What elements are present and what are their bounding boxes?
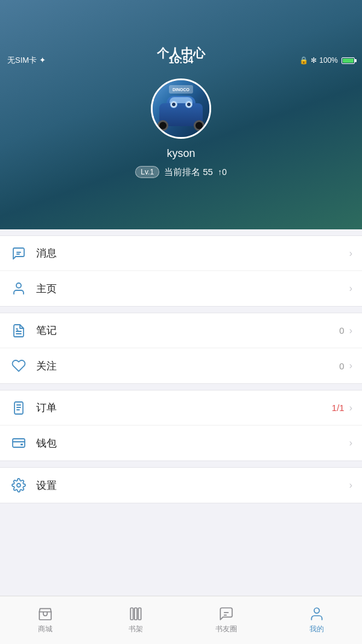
svg-point-11 xyxy=(17,483,21,487)
menu-section-1: 消息 › 主页 › xyxy=(0,235,362,307)
wallet-label: 钱包 xyxy=(36,436,349,450)
tab-mine-label: 我的 xyxy=(310,624,324,634)
tab-bar: 商城 书架 书友圈 我的 xyxy=(0,596,362,644)
svg-rect-5 xyxy=(14,402,23,414)
status-right: 🔒 ✻ 100% xyxy=(299,56,355,65)
homepage-label: 主页 xyxy=(36,282,349,296)
orders-badge: 1/1 xyxy=(332,403,345,413)
chevron-icon-6: › xyxy=(349,438,352,448)
mine-icon xyxy=(309,606,325,622)
menu-item-wallet[interactable]: 钱包 › xyxy=(0,426,362,461)
svg-point-17 xyxy=(314,608,320,613)
status-bar: 无SIM卡 ✦ 16:54 🔒 ✻ 100% xyxy=(0,51,362,69)
chevron-icon-5: › xyxy=(349,403,352,413)
svg-rect-13 xyxy=(135,608,137,620)
friends-icon xyxy=(218,606,234,622)
avatar-image: DINOCO xyxy=(153,80,209,137)
notes-label: 笔记 xyxy=(36,324,339,337)
heart-icon xyxy=(10,357,28,375)
avatar[interactable]: DINOCO xyxy=(151,78,211,139)
menu-item-messages[interactable]: 消息 › xyxy=(0,236,362,271)
menu-item-orders[interactable]: 订单 1/1 › xyxy=(0,391,362,426)
wallet-icon xyxy=(10,434,28,452)
username: kyson xyxy=(167,147,195,160)
lock-icon: 🔒 xyxy=(299,56,308,65)
tab-shelf-label: 书架 xyxy=(129,624,143,634)
orders-label: 订单 xyxy=(36,401,332,415)
svg-rect-9 xyxy=(13,439,25,447)
tab-friends-label: 书友圈 xyxy=(215,624,237,634)
svg-rect-12 xyxy=(130,608,133,620)
list-icon xyxy=(10,399,28,417)
note-icon xyxy=(10,322,28,340)
chat-icon xyxy=(10,244,28,263)
follow-badge: 0 xyxy=(339,361,344,371)
bluetooth-icon: ✻ xyxy=(311,56,317,65)
follow-label: 关注 xyxy=(36,359,339,373)
profile-hero: 无SIM卡 ✦ 16:54 🔒 ✻ 100% 个人中心 xyxy=(0,0,362,229)
rank-text: 当前排名 55 xyxy=(164,167,213,178)
svg-rect-14 xyxy=(138,608,141,620)
battery-percent: 100% xyxy=(319,56,338,65)
menu-item-settings[interactable]: 设置 › xyxy=(0,468,362,503)
menu-section-4: 设置 › xyxy=(0,467,362,503)
gear-icon xyxy=(10,476,28,494)
chevron-icon-2: › xyxy=(349,283,352,294)
rank-row: Lv.1 当前排名 55 ↑0 xyxy=(135,166,226,178)
svg-point-2 xyxy=(16,283,21,288)
status-left: 无SIM卡 ✦ xyxy=(7,55,46,66)
tab-item-friends[interactable]: 书友圈 xyxy=(181,596,272,644)
menu-section-3: 订单 1/1 › 钱包 › xyxy=(0,390,362,461)
settings-label: 设置 xyxy=(36,479,349,493)
status-time: 16:54 xyxy=(169,55,194,66)
menu-item-notes[interactable]: 笔记 0 › xyxy=(0,313,362,348)
tab-shop-label: 商城 xyxy=(38,624,52,634)
chevron-icon-3: › xyxy=(349,325,352,336)
person-icon xyxy=(10,279,28,298)
shelf-icon xyxy=(128,606,144,622)
rank-change: ↑0 xyxy=(218,167,227,177)
tab-item-shelf[interactable]: 书架 xyxy=(91,596,181,644)
menu-section-2: 笔记 0 › 关注 0 › xyxy=(0,313,362,384)
chevron-icon-7: › xyxy=(349,480,352,491)
notes-badge: 0 xyxy=(339,325,344,336)
messages-label: 消息 xyxy=(36,246,349,260)
battery-icon xyxy=(341,57,355,64)
menu-item-follow[interactable]: 关注 0 › xyxy=(0,348,362,383)
svg-rect-10 xyxy=(21,444,23,445)
menu-item-homepage[interactable]: 主页 › xyxy=(0,271,362,306)
chevron-icon: › xyxy=(349,248,352,259)
tab-item-mine[interactable]: 我的 xyxy=(272,596,362,644)
level-badge: Lv.1 xyxy=(135,166,159,178)
shop-icon xyxy=(37,606,53,622)
tab-item-shop[interactable]: 商城 xyxy=(0,596,91,644)
chevron-icon-4: › xyxy=(349,360,352,371)
